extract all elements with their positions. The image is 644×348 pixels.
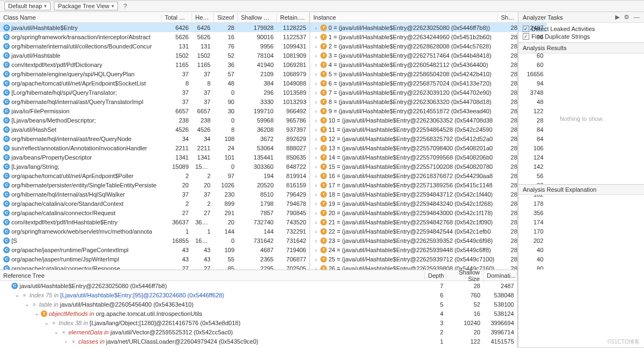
table-row[interactable]: Cjava/util/Hashtable15021502527810410819… [0,51,309,60]
checkbox-checked-icon[interactable]: ✓ [523,33,529,40]
expand-icon[interactable]: › [313,99,319,105]
expand-icon[interactable]: › [313,219,319,225]
col-sizeof[interactable]: Sizeof [214,13,238,22]
table-row[interactable]: ›f19 = (java/util/Hashtable$Entry@225948… [310,199,547,208]
col-instance[interactable]: Instance [310,13,498,22]
table-row[interactable]: Corg/apache/jasper/runtime/PageContextIm… [0,245,309,254]
table-row[interactable]: Corg/hibernate/internal/util/collections… [0,41,309,51]
col-shallow[interactable]: Shallow Size [238,13,277,22]
table-row[interactable]: C[Lorg/hibernate/hql/spi/QueryTranslator… [0,88,309,97]
help-button[interactable]: ? [121,3,129,9]
expand-icon[interactable]: › [313,247,319,253]
expand-icon[interactable]: › [63,338,69,345]
table-row[interactable]: ›f9 = (java/util/Hashtable$Entry@2261455… [310,106,547,115]
table-row[interactable]: ›f12 = (java/util/Hashtable$Entry@225683… [310,134,547,143]
expand-icon[interactable]: › [313,25,319,31]
table-row[interactable]: Cjava/io/FilePermission66576657301997109… [0,106,309,115]
ref-tree-row[interactable]: ›≡classes in java/net/URLClassLoader@226… [0,337,517,346]
table-row[interactable]: Corg/apache/catalina/connector/Request27… [0,208,309,217]
expand-icon[interactable]: › [313,228,319,235]
ref-tree-row[interactable]: Cjava/util/Hashtable$Entry@22623025080 (… [0,281,517,290]
table-row[interactable]: Ccom/itextpdf/text/pdf/IntHashtable$Entr… [0,217,309,227]
expand-icon[interactable]: › [313,89,319,96]
table-row[interactable]: Corg/apache/tomcat/util/net/AprEndpoint$… [0,78,309,88]
table-row[interactable]: ›f15 = (java/util/Hashtable$Entry@225571… [310,162,547,171]
expand-icon[interactable]: › [313,210,319,216]
table-row[interactable]: ›f6 = (java/util/Hashtable$Entry@2256875… [310,78,547,88]
col-total-count[interactable]: Total Count [162,13,192,22]
table-row[interactable]: Corg/hibernate/persister/entity/SingleTa… [0,180,309,190]
table-row[interactable]: ›f22 = (java/util/Hashtable$Entry@225948… [310,227,547,236]
play-icon[interactable]: ▶ [615,14,620,21]
table-row[interactable]: Corg/apache/jasper/runtime/JspWriterImpl… [0,254,309,264]
ref-tree-row[interactable]: ⌄fobjectMethods in org.apache.tomcat.uti… [0,309,517,318]
col-ref-name[interactable]: Reference Tree [0,271,425,280]
expand-icon[interactable]: › [313,71,319,77]
view-dropdown[interactable]: Package Tree View ▾ [54,2,118,10]
table-row[interactable]: ›f1 = (java/util/Hashtable$Entry@2263424… [310,32,547,41]
expand-icon[interactable]: › [313,173,319,179]
table-row[interactable]: C[Ljava/lang/String;15089150890303360848… [0,162,309,171]
expand-icon[interactable]: › [313,145,319,151]
table-row[interactable]: Cjava/beans/PropertyDescriptor1341134110… [0,152,309,162]
col-inst-shallow[interactable]: Shallo... [498,13,521,22]
ref-tree-row[interactable]: ⌄≡table in java/util/Hashtable@226054564… [0,300,517,309]
table-row[interactable]: C[Ljava/beans/MethodDescriptor;238238059… [0,115,309,125]
expand-icon[interactable]: › [313,52,319,59]
ref-tree-row[interactable]: ⌄≡elementData in java/util/Vector@225955… [0,327,517,337]
expand-icon[interactable]: › [313,163,319,170]
table-row[interactable]: ›f24 = (java/util/Hashtable$Entry@226259… [310,245,547,254]
expand-icon[interactable]: ⌄ [14,291,20,298]
table-row[interactable]: ›f17 = (java/util/Hashtable$Entry@225713… [310,180,547,190]
table-row[interactable]: ›f14 = (java/util/Hashtable$Entry@225570… [310,152,547,162]
table-row[interactable]: Corg/hibernate/hql/internal/ast/QueryTra… [0,97,309,106]
detect-leaked-row[interactable]: ✓ Detect Leaked Activities [523,25,640,33]
expand-icon[interactable]: › [313,154,319,161]
expand-icon[interactable]: ⌄ [53,328,59,335]
table-row[interactable]: Corg/springframework/web/servlet/mvc/met… [0,227,309,236]
ref-tree-row[interactable]: ⌄≡Index 75 in [Ljava/util/Hashtable$Entr… [0,290,517,300]
ref-tree-row[interactable]: ⌄≡Index 38 in [Ljava/lang/Object;[1280]@… [0,318,517,327]
table-row[interactable]: Corg/hibernate/engine/query/spi/HQLQuery… [0,69,309,78]
table-row[interactable]: ›f23 = (java/util/Hashtable$Entry@226259… [310,236,547,245]
table-row[interactable]: Corg/apache/tomcat/util/net/AprEndpoint$… [0,171,309,180]
expand-icon[interactable]: › [313,62,319,68]
col-retained[interactable]: Retain... ▼ [277,13,309,22]
gear-icon[interactable]: ⚙ [624,14,629,21]
ref-tree-body[interactable]: Cjava/util/Hashtable$Entry@22623025080 (… [0,281,517,348]
table-row[interactable]: ›f4 = (java/util/Hashtable$Entry@2260548… [310,60,547,69]
heap-dropdown[interactable]: Default heap ▾ [4,2,51,10]
table-row[interactable]: ›f18 = (java/util/Hashtable$Entry@225948… [310,190,547,199]
table-row[interactable]: ›f5 = (java/util/Hashtable$Entry@2258650… [310,69,547,78]
table-row[interactable]: ›f10 = (java/util/Hashtable$Entry@226230… [310,115,547,125]
expand-icon[interactable]: › [313,117,319,124]
expand-icon[interactable]: › [313,108,319,114]
table-row[interactable]: ›f26 = (java/util/Hashtable$Entry@226259… [310,264,547,270]
col-ref-depth[interactable]: Depth [425,271,447,280]
expand-icon[interactable]: › [313,182,319,188]
class-table-body[interactable]: Cjava/util/Hashtable$Entry64266426281799… [0,23,309,270]
expand-icon[interactable]: ⌄ [34,310,39,317]
col-class-name[interactable]: Class Name [0,13,162,22]
table-row[interactable]: Corg/hibernate/hql/internal/ast/tree/Que… [0,134,309,143]
table-row[interactable]: ›f25 = (java/util/Hashtable$Entry@226259… [310,254,547,264]
expand-icon[interactable]: › [313,80,319,87]
table-row[interactable]: ›f7 = (java/util/Hashtable$Entry@2262303… [310,88,547,97]
instance-table-body[interactable]: ›f0 = (java/util/Hashtable$Entry@2262302… [310,23,547,270]
col-ref-dom[interactable]: Dominati... [484,271,517,280]
expand-icon[interactable]: › [313,191,319,198]
find-duplicate-row[interactable]: ✓ Find Duplicate Strings [523,33,640,40]
table-row[interactable]: ›f2 = (java/util/Hashtable$Entry@2262862… [310,41,547,51]
expand-icon[interactable]: ⌄ [44,319,49,326]
table-row[interactable]: ›f8 = (java/util/Hashtable$Entry@2262306… [310,97,547,106]
table-row[interactable]: Corg/apache/catalina/core/StandardContex… [0,199,309,208]
expand-icon[interactable]: › [313,265,319,270]
expand-icon[interactable]: › [313,237,319,244]
minimize-icon[interactable]: — [634,14,640,21]
expand-icon[interactable]: › [313,34,319,40]
table-row[interactable]: Ccom/itextpdf/text/pdf/PdfDictionary1165… [0,60,309,69]
expand-icon[interactable]: › [313,43,319,50]
table-row[interactable]: ›f3 = (java/util/Hashtable$Entry@2262751… [310,51,547,60]
table-row[interactable]: Corg/apache/catalina/connector/Response2… [0,264,309,270]
table-row[interactable]: Corg/hibernate/hql/internal/ast/HqlSqlWa… [0,190,309,199]
